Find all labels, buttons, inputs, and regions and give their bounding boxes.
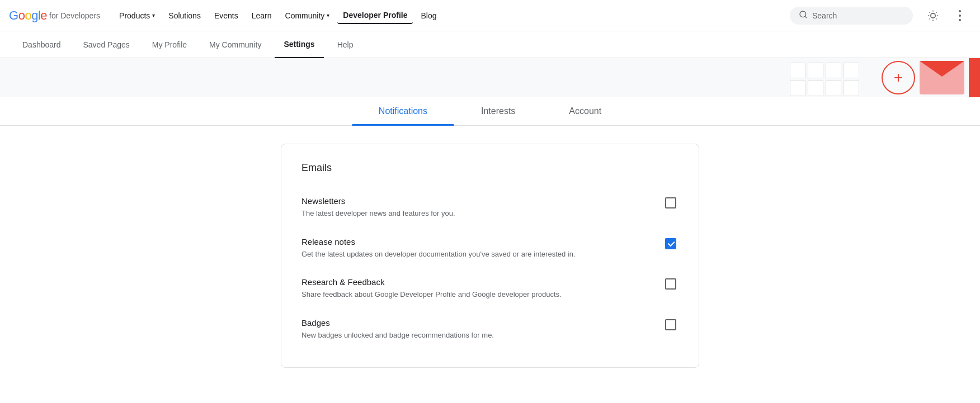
- checkbox-newsletters[interactable]: [665, 197, 679, 211]
- subnav-dashboard[interactable]: Dashboard: [13, 31, 70, 58]
- nav-products[interactable]: Products ▾: [114, 8, 161, 23]
- svg-point-11: [959, 10, 961, 12]
- subnav-saved-pages[interactable]: Saved Pages: [74, 31, 139, 58]
- checkbox-release-notes-box[interactable]: [665, 238, 676, 249]
- svg-point-0: [800, 11, 806, 17]
- emails-section-title: Emails: [301, 162, 679, 174]
- google-logo: Google: [9, 8, 47, 23]
- svg-line-10: [936, 12, 936, 12]
- grid-cell: [826, 63, 841, 78]
- checkbox-release-notes[interactable]: [665, 238, 679, 252]
- content-area: Emails Newsletters The latest developer …: [272, 144, 708, 368]
- top-navigation: Google for Developers Products ▾ Solutio…: [0, 0, 980, 31]
- brightness-button[interactable]: [922, 4, 944, 27]
- checkbox-badges-box[interactable]: [665, 319, 676, 330]
- email-option-title: Research & Feedback: [301, 277, 562, 287]
- checkbox-research-feedback-box[interactable]: [665, 278, 676, 290]
- email-option-desc: New badges unlocked and badge recommenda…: [301, 330, 494, 341]
- email-option-text: Release notes Get the latest updates on …: [301, 237, 576, 260]
- email-option-desc: The latest developer news and features f…: [301, 208, 455, 219]
- envelope-flap: [920, 61, 964, 77]
- subnav-help[interactable]: Help: [328, 31, 362, 58]
- grid-cell: [844, 80, 859, 96]
- grid-cell: [790, 63, 805, 78]
- red-bar-decoration: [969, 58, 980, 97]
- email-option-title: Release notes: [301, 237, 576, 246]
- svg-point-2: [931, 13, 935, 17]
- more-options-button[interactable]: [949, 4, 971, 27]
- email-option-text: Newsletters The latest developer news an…: [301, 196, 455, 219]
- email-option-text: Research & Feedback Share feedback about…: [301, 277, 562, 300]
- nav-learn[interactable]: Learn: [246, 8, 277, 23]
- top-nav-right: [922, 4, 971, 27]
- tab-account[interactable]: Account: [542, 97, 628, 125]
- nav-events[interactable]: Events: [209, 8, 244, 23]
- svg-point-13: [959, 19, 961, 21]
- email-option-title: Badges: [301, 318, 494, 328]
- email-option-newsletters: Newsletters The latest developer news an…: [301, 187, 679, 228]
- tab-interests[interactable]: Interests: [454, 97, 542, 125]
- hero-banner: +: [0, 58, 980, 97]
- subnav-settings[interactable]: Settings: [275, 31, 323, 58]
- chevron-down-icon: ▾: [152, 12, 155, 18]
- subnav-my-community[interactable]: My Community: [200, 31, 270, 58]
- envelope-decoration: [920, 61, 964, 94]
- grid-cell: [844, 63, 859, 78]
- search-icon: [799, 10, 808, 21]
- logo-suffix: for Developers: [49, 11, 100, 20]
- hero-decoration: +: [756, 58, 980, 97]
- svg-line-5: [930, 12, 930, 12]
- checkbox-research-feedback[interactable]: [665, 278, 679, 292]
- subnav-my-profile[interactable]: My Profile: [143, 31, 196, 58]
- circle-plus-decoration: +: [882, 61, 915, 94]
- settings-tabs: Notifications Interests Account: [0, 97, 980, 126]
- emails-card: Emails Newsletters The latest developer …: [281, 144, 699, 368]
- tab-notifications[interactable]: Notifications: [352, 97, 454, 125]
- nav-links: Products ▾ Solutions Events Learn Commun…: [114, 7, 785, 24]
- grid-cell: [808, 80, 823, 96]
- checkbox-badges[interactable]: [665, 319, 679, 333]
- grid-cell: [826, 80, 841, 96]
- search-placeholder: Search: [812, 11, 837, 20]
- logo[interactable]: Google for Developers: [9, 8, 100, 23]
- email-option-release-notes: Release notes Get the latest updates on …: [301, 228, 679, 269]
- svg-line-6: [936, 18, 936, 19]
- svg-line-9: [930, 18, 930, 19]
- grid-cell: [808, 63, 823, 78]
- email-option-research-feedback: Research & Feedback Share feedback about…: [301, 268, 679, 309]
- sub-navigation: Dashboard Saved Pages My Profile My Comm…: [0, 31, 980, 58]
- email-option-title: Newsletters: [301, 196, 455, 206]
- nav-developer-profile[interactable]: Developer Profile: [337, 7, 413, 24]
- email-option-badges: Badges New badges unlocked and badge rec…: [301, 309, 679, 350]
- grid-cell: [790, 80, 805, 96]
- svg-line-1: [805, 16, 807, 18]
- hero-grid-decoration: [790, 63, 859, 96]
- search-box[interactable]: Search: [790, 7, 913, 25]
- email-option-text: Badges New badges unlocked and badge rec…: [301, 318, 494, 341]
- svg-point-12: [959, 15, 961, 17]
- email-option-desc: Get the latest updates on developer docu…: [301, 249, 576, 260]
- checkbox-newsletters-box[interactable]: [665, 197, 676, 208]
- email-option-desc: Share feedback about Google Developer Pr…: [301, 289, 562, 300]
- chevron-down-icon: ▾: [327, 12, 329, 18]
- nav-blog[interactable]: Blog: [415, 8, 442, 23]
- nav-solutions[interactable]: Solutions: [163, 8, 206, 23]
- nav-community[interactable]: Community ▾: [280, 8, 336, 23]
